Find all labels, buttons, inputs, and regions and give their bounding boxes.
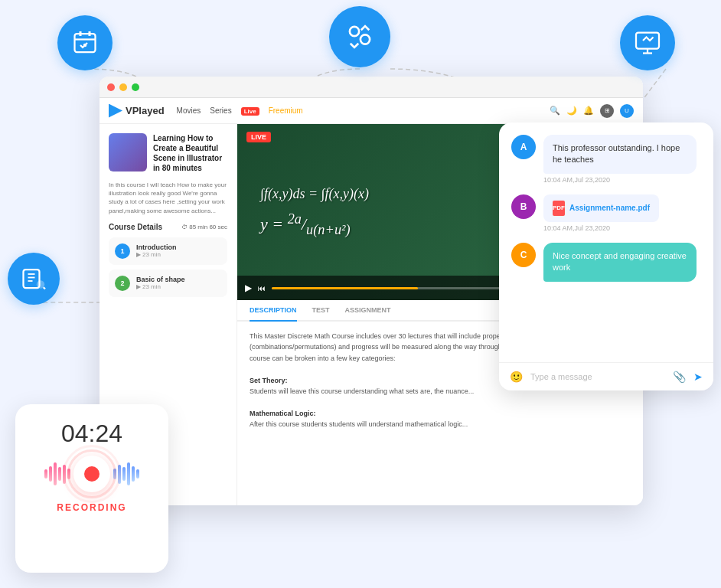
nav-links: Movies Series Live Freemium bbox=[177, 106, 303, 115]
minimize-dot[interactable] bbox=[119, 83, 127, 91]
wave-bar-r5 bbox=[132, 466, 135, 482]
chat-message-1: A This professor outstanding. I hope he … bbox=[511, 135, 701, 184]
recording-widget: 04:24 RECORDING bbox=[15, 404, 168, 573]
play-icon-2: ▶ bbox=[136, 283, 141, 290]
wave-bar-2 bbox=[49, 466, 52, 482]
monitor-svg bbox=[634, 29, 661, 57]
chat-messages: A This professor outstanding. I hope he … bbox=[499, 122, 713, 362]
course-description: In this course I will teach How to make … bbox=[109, 181, 227, 215]
chat-time-1: 10:04 AM,Jul 23,2020 bbox=[543, 176, 697, 184]
lesson-name-1: Introduction bbox=[136, 243, 221, 251]
chat-avatar-2: B bbox=[511, 194, 536, 219]
wave-bar-r3 bbox=[122, 467, 126, 481]
nav-icons: 🔍 🌙 🔔 ⊞ U bbox=[550, 104, 634, 118]
user-avatar[interactable]: U bbox=[620, 104, 634, 118]
bell-icon[interactable]: 🔔 bbox=[583, 106, 594, 116]
nav-movies[interactable]: Movies bbox=[177, 106, 201, 115]
chat-text-1: This professor outstanding. I hope he te… bbox=[553, 142, 687, 166]
search-icon[interactable]: 🔍 bbox=[550, 106, 560, 116]
tab-assignment[interactable]: ASSIGNMENT bbox=[345, 300, 391, 322]
maximize-dot[interactable] bbox=[132, 83, 139, 91]
svg-point-6 bbox=[360, 34, 370, 44]
chat-time-2: 10:04 AM,Jul 23,2020 bbox=[543, 224, 659, 232]
lesson-name-2: Basic of shape bbox=[136, 276, 221, 283]
nav-live[interactable]: Live bbox=[241, 106, 259, 115]
wave-bar-1 bbox=[44, 469, 47, 479]
chat-msg-content-2: PDF Assignment-name.pdf 10:04 AM,Jul 23,… bbox=[543, 194, 659, 232]
chat-bubble-1: This professor outstanding. I hope he te… bbox=[543, 135, 697, 174]
lesson-info-2: Basic of shape ▶ 23 min bbox=[136, 276, 221, 290]
svg-rect-0 bbox=[75, 34, 96, 52]
nav-logo: VPlayed bbox=[109, 104, 165, 118]
progress-fill bbox=[272, 287, 418, 289]
chat-avatar-3: C bbox=[511, 243, 536, 267]
svg-rect-7 bbox=[636, 33, 659, 49]
chat-text-3: Nice concept and engaging creative work bbox=[553, 250, 687, 274]
browser-chrome bbox=[100, 77, 643, 98]
recording-timer: 04:24 bbox=[61, 420, 122, 448]
wave-bar-r4 bbox=[127, 462, 130, 485]
nav-freemium[interactable]: Freemium bbox=[269, 106, 303, 115]
course-thumbnail bbox=[109, 133, 147, 172]
transfer-svg bbox=[344, 21, 376, 53]
close-dot[interactable] bbox=[107, 83, 115, 91]
tab-description[interactable]: DESCRIPTION bbox=[250, 300, 297, 322]
svg-point-5 bbox=[350, 27, 359, 36]
chat-message-3: C Nice concept and engaging creative wor… bbox=[511, 243, 701, 282]
grid-icon[interactable]: ⊞ bbox=[600, 104, 614, 118]
course-duration: ⏱ 85 min 60 sec bbox=[181, 224, 227, 230]
monitor-icon bbox=[620, 15, 675, 70]
course-details-header: Course Details ⏱ 85 min 60 sec bbox=[109, 223, 227, 231]
attachment-icon[interactable]: 📎 bbox=[673, 371, 686, 383]
wave-bar-r6 bbox=[136, 469, 139, 479]
chat-bubble-3: Nice concept and engaging creative work bbox=[543, 243, 697, 282]
courses-icon bbox=[8, 253, 60, 305]
send-button[interactable]: ➤ bbox=[693, 371, 703, 383]
courses-svg bbox=[20, 265, 47, 292]
math-line-2: y = 2a/u(n+u²) bbox=[260, 207, 369, 243]
svg-point-14 bbox=[37, 280, 45, 289]
chat-avatar-1: A bbox=[511, 135, 536, 159]
svg-line-15 bbox=[44, 287, 45, 289]
course-details-title: Course Details bbox=[109, 223, 162, 231]
skip-back-button[interactable]: ⏮ bbox=[258, 284, 266, 292]
calendar-icon bbox=[57, 15, 113, 70]
file-name: Assignment-name.pdf bbox=[569, 204, 650, 212]
math-logic-text: After this course students students will… bbox=[250, 419, 631, 430]
math-line-1: ∫f(x,y)ds = ∫f(x,y)(x) bbox=[260, 181, 369, 206]
tab-test[interactable]: TEST bbox=[312, 300, 330, 322]
course-header: Learning How to Create a Beautiful Scene… bbox=[109, 133, 227, 173]
file-attachment[interactable]: PDF Assignment-name.pdf bbox=[543, 194, 659, 222]
lesson-item-1[interactable]: 1 Introduction ▶ 23 min bbox=[109, 237, 227, 265]
wave-bar-3 bbox=[54, 462, 57, 485]
clock-icon: ⏱ bbox=[181, 224, 188, 230]
play-icon: ▶ bbox=[136, 251, 141, 258]
chat-input[interactable] bbox=[530, 372, 665, 381]
lesson-duration-1: ▶ 23 min bbox=[136, 251, 221, 258]
chat-msg-content-1: This professor outstanding. I hope he te… bbox=[543, 135, 697, 184]
math-equations: ∫f(x,y)ds = ∫f(x,y)(x) y = 2a/u(n+u²) y²… bbox=[260, 181, 369, 242]
lesson-item-2[interactable]: 2 Basic of shape ▶ 23 min bbox=[109, 270, 227, 297]
chat-panel: A This professor outstanding. I hope he … bbox=[499, 122, 713, 390]
chat-message-2: B PDF Assignment-name.pdf 10:04 AM,Jul 2… bbox=[511, 194, 701, 232]
recording-waveform bbox=[31, 456, 153, 492]
lesson-info-1: Introduction ▶ 23 min bbox=[136, 243, 221, 258]
lesson-duration-2: ▶ 23 min bbox=[136, 283, 221, 290]
calendar-svg bbox=[71, 29, 99, 57]
logo-text: VPlayed bbox=[126, 105, 165, 116]
logo-icon bbox=[109, 104, 122, 118]
nav-series[interactable]: Series bbox=[210, 106, 231, 115]
course-title: Learning How to Create a Beautiful Scene… bbox=[153, 133, 227, 173]
math-logic-label: Mathematical Logic: bbox=[250, 408, 631, 419]
recording-button[interactable] bbox=[73, 456, 110, 492]
play-button[interactable]: ▶ bbox=[245, 283, 252, 293]
pdf-icon: PDF bbox=[553, 201, 565, 216]
rec-dot bbox=[84, 466, 100, 482]
live-badge-video: LIVE bbox=[246, 132, 271, 142]
emoji-icon[interactable]: 🙂 bbox=[510, 371, 523, 383]
live-badge: Live bbox=[241, 107, 259, 116]
nav-bar: VPlayed Movies Series Live Freemium 🔍 🌙 … bbox=[100, 98, 643, 124]
transfer-icon bbox=[329, 6, 390, 67]
wave-bar-4 bbox=[58, 467, 61, 481]
theme-icon[interactable]: 🌙 bbox=[566, 106, 577, 116]
